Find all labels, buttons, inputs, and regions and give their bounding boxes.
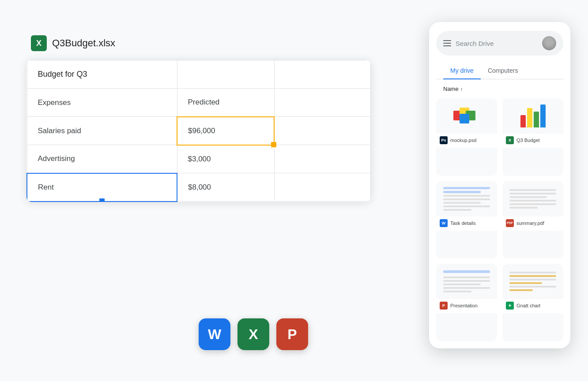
- file-header: X Q3Budget.xlsx: [26, 35, 371, 51]
- rent-value[interactable]: $8,000: [177, 173, 274, 202]
- psd-preview-icon: [453, 104, 480, 128]
- item-name-mockup: mockup.psd: [450, 138, 476, 143]
- drive-item-preview-taskdetails: [436, 181, 497, 217]
- avatar[interactable]: [542, 36, 556, 50]
- drive-item-preview-presentation: [436, 264, 497, 299]
- badge-xl: X: [506, 136, 514, 144]
- blue-fill-handle[interactable]: [99, 198, 105, 202]
- table-row-salaries[interactable]: Salaries paid $96,000: [27, 117, 371, 145]
- drive-grid: Ps mockup.psd X Q3 Budget: [429, 95, 570, 348]
- header-col3: [274, 60, 371, 89]
- drive-item-mockup[interactable]: Ps mockup.psd: [436, 98, 497, 176]
- drive-item-gnattchart[interactable]: + Gnatt chart: [502, 264, 563, 341]
- table-row-rent[interactable]: Rent $8,000: [27, 173, 371, 202]
- badge-ps: Ps: [440, 136, 448, 144]
- item-name-gnattchart: Gnatt chart: [516, 303, 540, 308]
- item-name-summarypdf: summary.pdf: [516, 220, 544, 226]
- advertising-col3: [274, 145, 371, 173]
- file-name: Q3Budget.xlsx: [52, 37, 115, 49]
- drive-item-summarypdf[interactable]: PDF summary.pdf: [502, 181, 563, 259]
- hamburger-icon[interactable]: [443, 40, 451, 46]
- item-name-presentation: Presentation: [450, 303, 478, 308]
- search-placeholder[interactable]: Search Drive: [456, 40, 538, 47]
- budget-header: Budget for Q3: [27, 60, 177, 89]
- rent-label[interactable]: Rent: [27, 173, 177, 202]
- app-icons-row: W X P: [199, 318, 308, 350]
- expenses-label: Expenses: [27, 89, 177, 117]
- advertising-label: Advertising: [27, 145, 177, 173]
- predicted-label: Predicted: [177, 89, 274, 117]
- drive-item-presentation[interactable]: P Presentation: [436, 264, 497, 341]
- spreadsheet-table: Budget for Q3 Expenses Predicted Salarie…: [26, 60, 371, 202]
- item-name-taskdetails: Task details: [450, 220, 475, 226]
- tab-my-drive[interactable]: My drive: [443, 63, 481, 79]
- doc-lines-taskdetails: [440, 184, 494, 213]
- subheader-col3: [274, 89, 371, 117]
- salaries-value[interactable]: $96,000: [177, 117, 274, 145]
- drive-tabs: My drive Computers: [436, 63, 563, 79]
- badge-w: W: [440, 219, 448, 227]
- spreadsheet-table-wrapper: Budget for Q3 Expenses Predicted Salarie…: [26, 60, 371, 202]
- header-col2: [177, 60, 274, 89]
- drive-item-preview-mockup: [436, 98, 497, 134]
- doc-lines-summarypdf: [506, 187, 560, 211]
- mini-chart: [520, 105, 546, 127]
- advertising-value[interactable]: $3,000: [177, 145, 274, 173]
- drive-item-footer-gnattchart: + Gnatt chart: [502, 299, 563, 313]
- table-row-advertising[interactable]: Advertising $3,000: [27, 145, 371, 173]
- badge-sheets: +: [506, 302, 514, 310]
- drive-item-footer-mockup: Ps mockup.psd: [436, 134, 497, 148]
- subheader-row: Expenses Predicted: [27, 89, 371, 117]
- doc-lines-gnattchart: [506, 269, 560, 294]
- table-header-row: Budget for Q3: [27, 60, 371, 89]
- tab-computers[interactable]: Computers: [481, 63, 525, 79]
- drive-item-footer-taskdetails: W Task details: [436, 217, 497, 231]
- drive-item-q3budget[interactable]: X Q3 Budget: [502, 98, 563, 176]
- word-app-icon[interactable]: W: [199, 318, 230, 350]
- drive-item-taskdetails[interactable]: W Task details: [436, 181, 497, 259]
- drive-header: Search Drive My drive Computers Name ↑: [429, 22, 570, 95]
- drive-item-preview-summarypdf: [502, 181, 563, 217]
- salaries-label: Salaries paid: [27, 117, 177, 145]
- drive-item-preview-q3budget: [502, 98, 563, 134]
- badge-p: P: [440, 302, 448, 310]
- drive-item-footer-summarypdf: PDF summary.pdf: [502, 217, 563, 231]
- drive-panel: Search Drive My drive Computers Name ↑: [429, 22, 570, 348]
- salaries-col3: [274, 117, 371, 145]
- drive-item-preview-gnattchart: [502, 264, 563, 299]
- item-name-q3budget: Q3 Budget: [516, 138, 540, 143]
- drive-item-footer-q3budget: X Q3 Budget: [502, 134, 563, 148]
- svg-rect-3: [460, 114, 469, 123]
- rent-col3: [274, 173, 371, 202]
- badge-pdf: PDF: [506, 219, 514, 227]
- drive-item-footer-presentation: P Presentation: [436, 299, 497, 313]
- spreadsheet-panel: X Q3Budget.xlsx Budget for Q3 Expenses P…: [26, 35, 371, 202]
- sort-arrow[interactable]: ↑: [460, 86, 463, 92]
- doc-lines-presentation: [440, 268, 494, 295]
- excel-icon: X: [31, 35, 47, 51]
- search-bar[interactable]: Search Drive: [436, 31, 563, 56]
- drive-name-header: Name ↑: [436, 81, 563, 95]
- excel-app-icon[interactable]: X: [237, 318, 269, 350]
- powerpoint-app-icon[interactable]: P: [276, 318, 308, 350]
